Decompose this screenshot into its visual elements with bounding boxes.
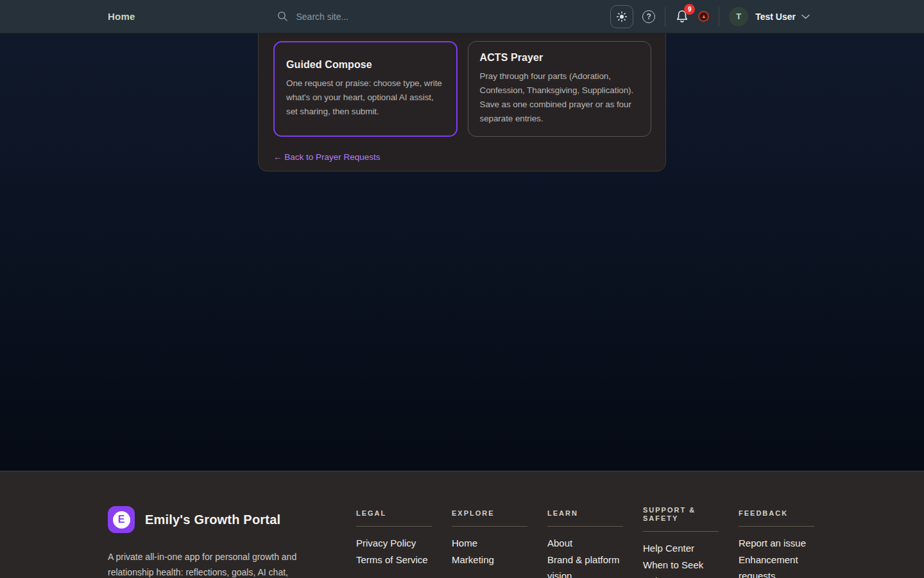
footer-link-home[interactable]: Home (452, 535, 527, 552)
footer-link-when-to-seek-help[interactable]: When to Seek Help (643, 557, 719, 578)
search-input[interactable]: Search site... (277, 11, 470, 22)
brand-description: A private all-in-one app for personal gr… (108, 550, 307, 578)
footer-link-about[interactable]: About (547, 535, 623, 552)
safety-alert-icon[interactable]: ▲ (698, 11, 709, 22)
brand-title: Emily's Growth Portal (145, 512, 280, 527)
option-guided-compose[interactable]: Guided Compose One request or praise: ch… (273, 41, 458, 137)
theme-toggle-button[interactable] (610, 5, 633, 28)
notifications-button[interactable]: 9 (675, 9, 689, 24)
footer-link-marketing[interactable]: Marketing (452, 552, 527, 568)
footer-heading: LEGAL (356, 509, 386, 518)
footer-heading: SUPPORT & SAFETY (643, 506, 719, 523)
compose-method-card: Guided Compose One request or praise: ch… (258, 14, 666, 171)
main-content: Guided Compose One request or praise: ch… (0, 14, 924, 451)
option-acts-prayer[interactable]: ACTS Prayer Pray through four parts (Ado… (468, 41, 652, 137)
notification-count-badge: 9 (684, 4, 695, 15)
site-footer: E Emily's Growth Portal A private all-in… (0, 471, 924, 578)
chevron-down-icon (801, 14, 810, 19)
footer-link-enhancement-requests[interactable]: Enhancement requests (739, 552, 814, 578)
option-description: One request or praise: choose type, writ… (286, 76, 445, 119)
footer-brand: E Emily's Growth Portal A private all-in… (108, 506, 307, 578)
nav-divider (719, 7, 719, 26)
footer-link-privacy-policy[interactable]: Privacy Policy (356, 535, 432, 552)
back-to-prayer-requests-link[interactable]: ← Back to Prayer Requests (273, 152, 381, 162)
compose-options-row: Guided Compose One request or praise: ch… (273, 41, 651, 137)
footer-heading: FEEDBACK (739, 509, 788, 518)
option-description: Pray through four parts (Adoration, Conf… (480, 69, 640, 126)
user-menu[interactable]: T Test User (729, 7, 810, 26)
footer-link-terms-of-service[interactable]: Terms of Service (356, 552, 432, 568)
nav-right-controls: ? 9 ▲ T Test User (610, 5, 810, 28)
footer-column-support-safety: SUPPORT & SAFETY Help Center When to See… (643, 506, 719, 578)
footer-column-learn: LEARN About Brand & platform vision (547, 506, 623, 578)
footer-column-legal: LEGAL Privacy Policy Terms of Service (356, 506, 432, 578)
option-title: Guided Compose (286, 59, 445, 71)
footer-column-explore: EXPLORE Home Marketing (452, 506, 527, 578)
user-name: Test User (755, 12, 796, 22)
brand-logo: E (108, 506, 135, 533)
option-title: ACTS Prayer (480, 52, 640, 64)
footer-link-help-center[interactable]: Help Center (643, 540, 719, 557)
search-icon (277, 11, 288, 22)
footer-heading: EXPLORE (452, 509, 495, 518)
avatar: T (729, 7, 748, 26)
brand-logo-letter: E (113, 511, 130, 529)
top-navbar: Home Search site... ? (0, 0, 924, 33)
nav-divider (665, 7, 665, 26)
footer-column-feedback: FEEDBACK Report an issue Enhancement req… (739, 506, 814, 578)
footer-link-report-an-issue[interactable]: Report an issue (739, 535, 814, 552)
footer-link-brand-platform-vision[interactable]: Brand & platform vision (547, 552, 623, 578)
help-icon[interactable]: ? (642, 10, 655, 23)
footer-heading: LEARN (547, 509, 578, 518)
sun-icon (616, 11, 628, 22)
search-placeholder: Search site... (296, 12, 348, 22)
nav-home-link[interactable]: Home (108, 11, 135, 22)
